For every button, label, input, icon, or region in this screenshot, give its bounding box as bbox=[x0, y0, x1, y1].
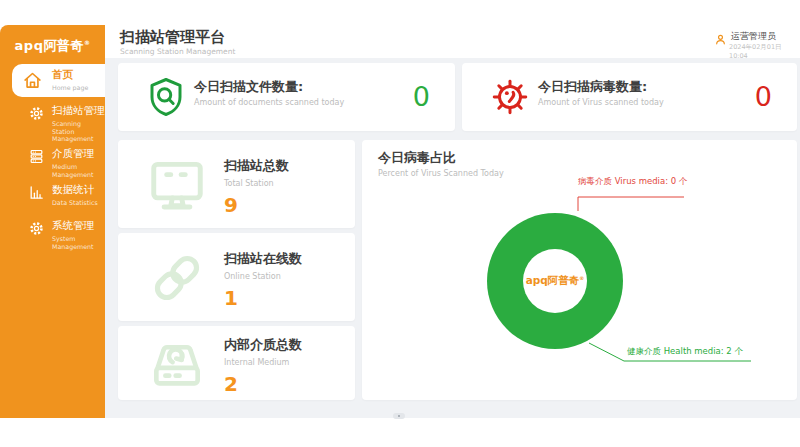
shield-search-icon bbox=[145, 76, 187, 118]
page-subtitle: Scanning Station Management bbox=[120, 47, 235, 56]
card-virus-scanned: 今日扫描病毒数量: Amount of Virus scanned today … bbox=[462, 63, 797, 131]
virus-icon bbox=[489, 76, 531, 118]
chart-subtitle: Percent of Virus Scanned Today bbox=[378, 169, 504, 178]
stat-label: 扫描站总数 bbox=[224, 157, 289, 175]
chart-title: 今日病毒占比 bbox=[378, 149, 456, 167]
sidebar-item-home[interactable]: 首页 Home page bbox=[12, 64, 105, 97]
user-account[interactable] bbox=[714, 33, 727, 46]
monitor-icon bbox=[140, 154, 214, 216]
drive-arrow-icon bbox=[140, 333, 214, 395]
stat-sublabel: Internal Medium bbox=[224, 358, 302, 367]
card-documents-scanned: 今日扫描文件数量: Amount of documents scanned to… bbox=[118, 63, 455, 131]
user-name: 运营管理员 bbox=[731, 30, 776, 43]
stat-label: 扫描站在线数 bbox=[224, 250, 302, 268]
sidebar-item-sublabel: Scanning Station Management bbox=[52, 120, 102, 143]
sidebar-item-scanning-station[interactable]: 扫描站管理 Scanning Station Management bbox=[0, 104, 105, 138]
sidebar-item-label: 介质管理 bbox=[52, 147, 102, 161]
stat-sublabel: Online Station bbox=[224, 272, 302, 281]
card-online-stations: 扫描站在线数 Online Station 1 bbox=[118, 233, 355, 321]
sidebar-item-sublabel: Data Statistics bbox=[52, 199, 102, 207]
donut-center-logo: apq阿普奇® bbox=[526, 274, 585, 288]
stat-label: 今日扫描病毒数量: bbox=[538, 78, 647, 96]
stat-sublabel: Amount of Virus scanned today bbox=[538, 98, 664, 107]
virus-ratio-panel: 今日病毒占比 Percent of Virus Scanned Today 病毒… bbox=[362, 140, 797, 400]
sidebar-item-sublabel: Home page bbox=[52, 84, 102, 92]
main-content: 今日扫描文件数量: Amount of documents scanned to… bbox=[105, 58, 800, 418]
link-icon bbox=[140, 247, 214, 309]
sidebar-item-label: 扫描站管理 bbox=[52, 104, 102, 118]
donut-ring: apq阿普奇® bbox=[487, 213, 623, 349]
topbar: 扫描站管理平台 Scanning Station Management 运营管理… bbox=[105, 25, 800, 58]
stat-label: 内部介质总数 bbox=[224, 336, 302, 354]
donut-center: apq阿普奇® bbox=[523, 249, 587, 313]
user-icon bbox=[714, 33, 727, 46]
home-icon bbox=[22, 70, 43, 91]
card-total-stations: 扫描站总数 Total Station 9 bbox=[118, 140, 355, 228]
stat-value-documents: 0 bbox=[413, 77, 430, 117]
card-internal-medium: 内部介质总数 Internal Medium 2 bbox=[118, 326, 355, 400]
brand-logo: apq阿普奇® bbox=[0, 37, 105, 55]
sidebar: apq阿普奇® 首页 Home page 扫描站管理 Scanning Stat… bbox=[0, 25, 105, 418]
gear-icon bbox=[28, 220, 45, 237]
page-title: 扫描站管理平台 bbox=[120, 28, 225, 47]
gear-icon bbox=[28, 105, 45, 122]
brand-logo-text: apq阿普奇 bbox=[15, 38, 84, 53]
stat-sublabel: Amount of documents scanned today bbox=[194, 98, 344, 107]
stat-value-online-stations: 1 bbox=[224, 286, 302, 310]
stat-value-total-stations: 9 bbox=[224, 193, 289, 217]
sidebar-item-system[interactable]: 系统管理 System Management bbox=[0, 219, 105, 253]
sidebar-item-label: 首页 bbox=[52, 68, 102, 82]
stat-sublabel: Total Station bbox=[224, 179, 289, 188]
sidebar-item-data-statistics[interactable]: 数据统计 Data Statistics bbox=[0, 183, 105, 217]
health-media-callout: 健康介质 Health media: 2 个 bbox=[627, 346, 743, 358]
server-icon bbox=[28, 148, 45, 165]
registered-mark: ® bbox=[84, 39, 91, 46]
stat-value-internal-medium: 2 bbox=[224, 372, 302, 396]
bar-chart-icon bbox=[28, 184, 45, 201]
sidebar-item-sublabel: Medium Management bbox=[52, 163, 102, 178]
stat-value-virus: 0 bbox=[755, 77, 772, 117]
scroll-indicator bbox=[393, 413, 405, 419]
dashboard-page: apq阿普奇® 首页 Home page 扫描站管理 Scanning Stat… bbox=[0, 0, 800, 447]
virus-media-callout: 病毒介质 Virus media: 0 个 bbox=[578, 176, 687, 188]
sidebar-item-label: 数据统计 bbox=[52, 183, 102, 197]
stat-label: 今日扫描文件数量: bbox=[194, 78, 303, 96]
sidebar-item-label: 系统管理 bbox=[52, 219, 102, 233]
sidebar-item-sublabel: System Management bbox=[52, 235, 102, 250]
sidebar-item-medium[interactable]: 介质管理 Medium Management bbox=[0, 147, 105, 181]
